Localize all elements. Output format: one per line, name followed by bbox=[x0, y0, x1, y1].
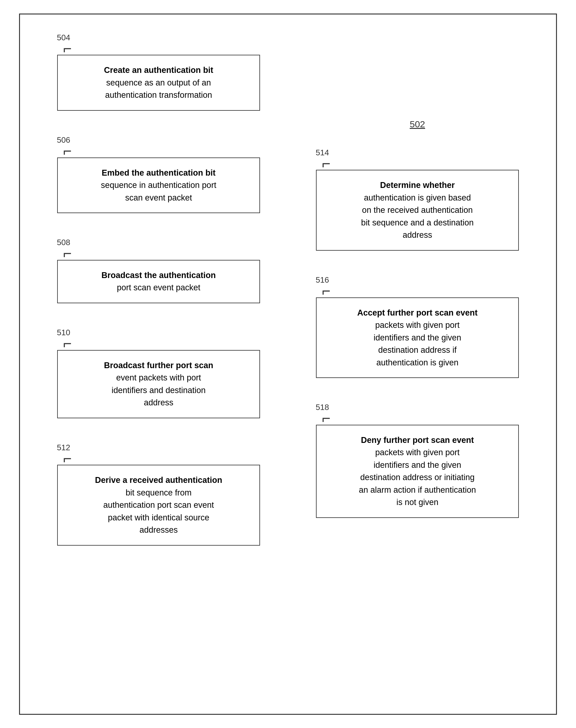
node-508-bracket: ⌐ bbox=[63, 249, 71, 258]
node-510-text-bold: Broadcast further port scan bbox=[104, 361, 213, 370]
node-516-bracket: ⌐ bbox=[322, 287, 330, 296]
node-506-text-normal: sequence in authentication portscan even… bbox=[101, 181, 216, 203]
node-512-text-normal: bit sequence fromauthentication port sca… bbox=[103, 488, 214, 535]
node-514-box: Determine whether authentication is give… bbox=[316, 170, 519, 251]
node-504-wrapper: 504 ⌐ Create an authentication bit seque… bbox=[38, 33, 279, 111]
node-508-box: Broadcast the authentication port scan e… bbox=[57, 260, 260, 303]
node-510-text-normal: event packets with portidentifiers and d… bbox=[112, 373, 206, 407]
node-506-bracket: ⌐ bbox=[63, 147, 71, 156]
node-510-wrapper: 510 ⌐ Broadcast further port scan event … bbox=[38, 328, 279, 418]
node-512-text-bold: Derive a received authentication bbox=[95, 476, 222, 485]
node-504-text-normal: sequence as an output of anauthenticatio… bbox=[105, 78, 212, 100]
node-510-box: Broadcast further port scan event packet… bbox=[57, 350, 260, 418]
node-508-wrapper: 508 ⌐ Broadcast the authentication port … bbox=[38, 238, 279, 303]
node-516-box: Accept further port scan event packets w… bbox=[316, 297, 519, 378]
node-508-text-bold: Broadcast the authentication bbox=[102, 271, 216, 280]
node-504-bracket: ⌐ bbox=[63, 44, 71, 53]
node-514-text-normal: authentication is given basedon the rece… bbox=[361, 193, 473, 240]
node-506-box: Embed the authentication bit sequence in… bbox=[57, 158, 260, 213]
node-512-wrapper: 512 ⌐ Derive a received authentication b… bbox=[38, 443, 279, 546]
node-516-text-normal: packets with given portidentifiers and t… bbox=[373, 321, 461, 367]
left-column: 504 ⌐ Create an authentication bit seque… bbox=[38, 33, 279, 695]
right-column: 502 514 ⌐ Determine whether authenticati… bbox=[297, 33, 538, 695]
node-518-box: Deny further port scan event packets wit… bbox=[316, 425, 519, 518]
node-518-wrapper: 518 ⌐ Deny further port scan event packe… bbox=[297, 403, 538, 518]
node-512-bracket: ⌐ bbox=[63, 454, 71, 463]
node-512-box: Derive a received authentication bit seq… bbox=[57, 465, 260, 546]
node-506-wrapper: 506 ⌐ Embed the authentication bit seque… bbox=[38, 135, 279, 213]
node-516-wrapper: 516 ⌐ Accept further port scan event pac… bbox=[297, 275, 538, 378]
node-504-box: Create an authentication bit sequence as… bbox=[57, 55, 260, 111]
node-508-text-normal: port scan event packet bbox=[117, 283, 200, 292]
page: 504 ⌐ Create an authentication bit seque… bbox=[19, 14, 557, 715]
node-504-text-bold: Create an authentication bit bbox=[104, 65, 213, 75]
node-514-text-bold: Determine whether bbox=[380, 181, 455, 190]
diagram: 504 ⌐ Create an authentication bit seque… bbox=[38, 33, 538, 695]
node-506-text-bold: Embed the authentication bit bbox=[102, 168, 216, 178]
group-502-label: 502 bbox=[410, 119, 425, 130]
node-514-wrapper: 514 ⌐ Determine whether authentication i… bbox=[297, 148, 538, 251]
node-516-text-bold: Accept further port scan event bbox=[357, 308, 478, 317]
node-514-bracket: ⌐ bbox=[322, 159, 330, 168]
node-510-bracket: ⌐ bbox=[63, 339, 71, 348]
node-518-text-bold: Deny further port scan event bbox=[361, 435, 474, 445]
node-518-bracket: ⌐ bbox=[322, 414, 330, 423]
node-518-text-normal: packets with given portidentifiers and t… bbox=[359, 448, 476, 507]
